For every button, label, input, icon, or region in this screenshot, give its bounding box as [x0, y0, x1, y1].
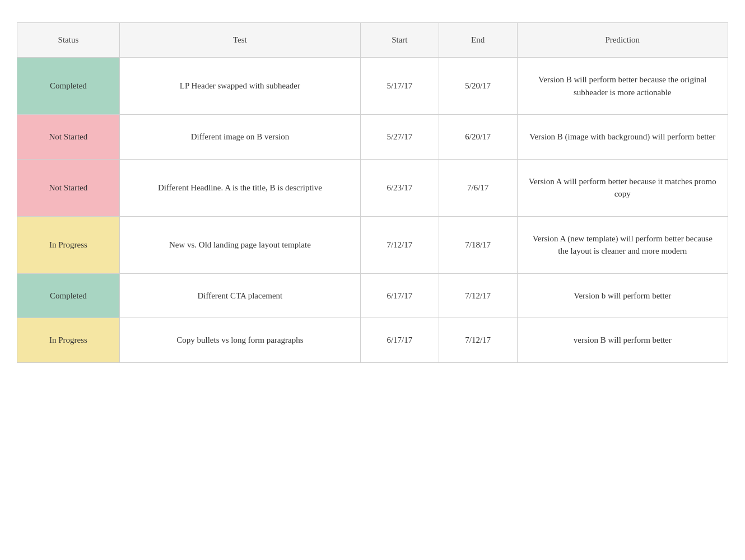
table-row: In Progress Copy bullets vs long form pa…	[17, 318, 728, 363]
prediction-cell: Version B (image with background) will p…	[517, 115, 728, 160]
table-header-row: Status Test Start End Prediction	[17, 23, 728, 58]
status-cell: Not Started	[17, 115, 120, 160]
table-row: In Progress New vs. Old landing page lay…	[17, 216, 728, 273]
prediction-cell: Version A will perform better because it…	[517, 159, 728, 216]
header-start: Start	[360, 23, 439, 58]
end-cell: 6/20/17	[439, 115, 517, 160]
status-cell: Completed	[17, 273, 120, 318]
test-cell: New vs. Old landing page layout template	[119, 216, 360, 273]
prediction-cell: Version B will perform better because th…	[517, 58, 728, 115]
ab-test-table: Status Test Start End Prediction Complet…	[17, 22, 728, 363]
table-row: Completed LP Header swapped with subhead…	[17, 58, 728, 115]
end-cell: 7/18/17	[439, 216, 517, 273]
header-end: End	[439, 23, 517, 58]
status-cell: In Progress	[17, 318, 120, 363]
test-cell: Different CTA placement	[119, 273, 360, 318]
end-cell: 7/12/17	[439, 273, 517, 318]
end-cell: 7/12/17	[439, 318, 517, 363]
table-row: Completed Different CTA placement 6/17/1…	[17, 273, 728, 318]
header-prediction: Prediction	[517, 23, 728, 58]
prediction-cell: version B will perform better	[517, 318, 728, 363]
test-cell: Different image on B version	[119, 115, 360, 160]
prediction-cell: Version b will perform better	[517, 273, 728, 318]
start-cell: 5/27/17	[360, 115, 439, 160]
start-cell: 6/17/17	[360, 273, 439, 318]
end-cell: 5/20/17	[439, 58, 517, 115]
header-status: Status	[17, 23, 120, 58]
status-cell: Not Started	[17, 159, 120, 216]
header-test: Test	[119, 23, 360, 58]
table-row: Not Started Different image on B version…	[17, 115, 728, 160]
test-cell: Different Headline. A is the title, B is…	[119, 159, 360, 216]
status-cell: Completed	[17, 58, 120, 115]
prediction-cell: Version A (new template) will perform be…	[517, 216, 728, 273]
test-cell: Copy bullets vs long form paragraphs	[119, 318, 360, 363]
start-cell: 6/23/17	[360, 159, 439, 216]
start-cell: 6/17/17	[360, 318, 439, 363]
table-row: Not Started Different Headline. A is the…	[17, 159, 728, 216]
start-cell: 5/17/17	[360, 58, 439, 115]
test-cell: LP Header swapped with subheader	[119, 58, 360, 115]
status-cell: In Progress	[17, 216, 120, 273]
start-cell: 7/12/17	[360, 216, 439, 273]
end-cell: 7/6/17	[439, 159, 517, 216]
